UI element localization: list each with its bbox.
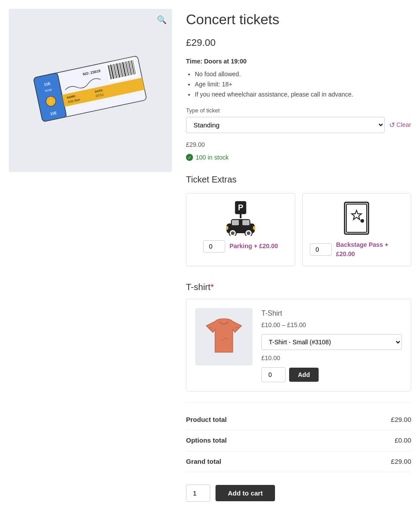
options-total-label: Options total: [186, 436, 227, 446]
product-total-row: Product total £29.00: [186, 410, 411, 431]
ticket-illustration: 11E ROW NAME: Ada Bae DATE: 07/11: [29, 51, 152, 130]
product-image-column: 🔍 11E ROW NAME: Ada Bae: [9, 9, 172, 172]
meta-item-1: No food allowed.: [195, 70, 411, 79]
parking-label: Parking + £20.00: [230, 242, 278, 251]
time-label: Time: Doors at 19:00: [186, 57, 411, 66]
svg-point-49: [361, 219, 364, 223]
tshirt-image: [200, 313, 248, 361]
tshirt-add-button[interactable]: Add: [289, 368, 319, 382]
ticket-type-select[interactable]: Standing Seated VIP: [186, 117, 385, 133]
product-details-column: Concert tickets £29.00 Time: Doors at 19…: [186, 9, 411, 502]
tshirt-name: T-Shirt: [261, 308, 402, 319]
tshirt-section: T-shirt*: [186, 280, 411, 391]
grand-total-row: Grand total £29.00: [186, 451, 411, 473]
meta-item-3: If you need wheelchair assistance, pleas…: [195, 90, 411, 99]
meta-item-2: Age limit: 18+: [195, 80, 411, 89]
tshirt-add-row: Add: [261, 367, 402, 382]
cart-row: Add to cart: [186, 481, 411, 502]
zoom-icon[interactable]: 🔍: [157, 14, 167, 26]
tshirt-variant-select[interactable]: T-Shirt - Small (#3108) T-Shirt - Medium…: [261, 334, 402, 350]
options-total-row: Options total £0.00: [186, 430, 411, 451]
cart-qty-input[interactable]: [186, 484, 210, 502]
grand-total-value: £29.00: [391, 457, 411, 467]
extras-section: Ticket Extras P: [186, 173, 411, 266]
options-total-value: £0.00: [394, 436, 411, 446]
product-total-label: Product total: [186, 415, 227, 425]
backstage-label: Backstage Pass + £20.00: [336, 240, 404, 259]
stock-label: 100 in stock: [196, 153, 229, 162]
totals-section: Product total £29.00 Options total £0.00…: [186, 402, 411, 473]
tshirt-info: T-Shirt £10.00 – £15.00 T-Shirt - Small …: [261, 308, 402, 382]
backstage-icon-area: [341, 201, 372, 236]
svg-rect-38: [232, 220, 239, 225]
svg-rect-45: [226, 226, 228, 230]
parking-icon-area: P: [223, 201, 258, 236]
backstage-door-icon: [341, 201, 372, 236]
svg-text:P: P: [238, 203, 243, 212]
svg-point-41: [231, 231, 234, 235]
stock-dot-icon: [186, 154, 193, 161]
tshirt-image-wrapper: [195, 308, 253, 365]
svg-rect-35: [240, 214, 242, 218]
backstage-qty-row: Backstage Pass + £20.00: [310, 240, 404, 259]
ticket-type-section: Type of ticket Standing Seated VIP Clear: [186, 106, 411, 133]
tshirt-selected-price: £10.00: [261, 354, 402, 363]
svg-marker-48: [352, 210, 361, 220]
svg-point-43: [247, 231, 250, 235]
svg-rect-47: [346, 204, 367, 232]
product-title: Concert tickets: [186, 9, 411, 30]
parking-icon: P: [223, 201, 258, 236]
ticket-type-row: Standing Seated VIP Clear: [186, 117, 411, 133]
extras-grid: P: [186, 193, 411, 266]
svg-rect-39: [242, 220, 249, 225]
grand-total-label: Grand total: [186, 457, 221, 467]
tshirt-qty-input[interactable]: [261, 367, 286, 382]
product-meta-list: No food allowed. Age limit: 18+ If you n…: [186, 70, 411, 99]
svg-rect-46: [345, 202, 368, 234]
product-meta: Time: Doors at 19:00 No food allowed. Ag…: [186, 57, 411, 99]
tshirt-title: T-shirt*: [186, 280, 411, 294]
extra-card-parking: P: [186, 193, 295, 266]
add-to-cart-button[interactable]: Add to cart: [216, 485, 275, 501]
selected-ticket-price: £29.00: [186, 140, 411, 149]
product-total-value: £29.00: [391, 415, 411, 425]
clear-ticket-type-button[interactable]: Clear: [389, 121, 411, 129]
tshirt-card: T-Shirt £10.00 – £15.00 T-Shirt - Small …: [186, 299, 411, 391]
ticket-type-label: Type of ticket: [186, 106, 411, 115]
tshirt-price-range: £10.00 – £15.00: [261, 320, 402, 330]
product-image-wrapper: 🔍 11E ROW NAME: Ada Bae: [9, 9, 172, 172]
stock-status: 100 in stock: [186, 153, 411, 162]
product-price: £29.00: [186, 35, 411, 50]
parking-qty-input[interactable]: [203, 240, 225, 253]
parking-qty-row: Parking + £20.00: [203, 240, 278, 253]
extra-card-backstage: Backstage Pass + £20.00: [302, 193, 412, 266]
extras-title: Ticket Extras: [186, 173, 411, 186]
svg-rect-44: [253, 226, 255, 230]
backstage-qty-input[interactable]: [310, 243, 332, 256]
